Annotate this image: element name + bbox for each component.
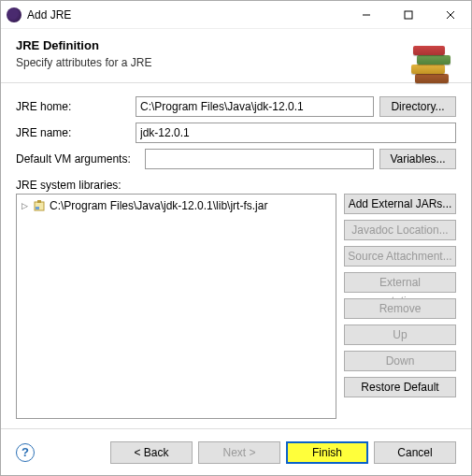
vm-args-label: Default VM arguments: bbox=[16, 152, 139, 166]
titlebar: Add JRE bbox=[1, 1, 471, 29]
source-attachment-button: Source Attachment... bbox=[344, 246, 456, 267]
jre-name-input[interactable] bbox=[136, 123, 456, 143]
window-title: Add JRE bbox=[27, 8, 345, 22]
down-button: Down bbox=[344, 351, 456, 371]
next-button: Next > bbox=[198, 441, 280, 464]
help-icon[interactable]: ? bbox=[16, 443, 35, 462]
header-subtitle: Specify attributes for a JRE bbox=[16, 56, 456, 69]
jre-home-label: JRE home: bbox=[16, 100, 130, 113]
back-button[interactable]: < Back bbox=[110, 441, 193, 464]
jre-libraries-tree[interactable]: ▷ C:\Program Files\Java\jdk-12.0.1\lib\j… bbox=[16, 194, 336, 419]
svg-rect-1 bbox=[405, 11, 412, 19]
library-buttons: Add External JARs... Javadoc Location...… bbox=[344, 194, 456, 419]
svg-rect-5 bbox=[37, 200, 41, 203]
jre-name-label: JRE name: bbox=[16, 126, 130, 139]
javadoc-location-button: Javadoc Location... bbox=[344, 220, 456, 240]
variables-button[interactable]: Variables... bbox=[379, 149, 456, 169]
external-annotations-button: External annotations... bbox=[344, 272, 456, 293]
restore-default-button[interactable]: Restore Default bbox=[344, 377, 456, 397]
minimize-button[interactable] bbox=[345, 1, 387, 29]
finish-button[interactable]: Finish bbox=[286, 441, 368, 464]
books-icon bbox=[402, 35, 462, 83]
svg-rect-6 bbox=[36, 207, 39, 209]
close-button[interactable] bbox=[429, 1, 471, 29]
libs-label: JRE system libraries: bbox=[16, 179, 456, 192]
remove-button: Remove bbox=[344, 298, 456, 319]
jar-icon bbox=[33, 199, 46, 212]
add-external-jars-button[interactable]: Add External JARs... bbox=[344, 194, 456, 214]
maximize-button[interactable] bbox=[387, 1, 429, 29]
eclipse-icon bbox=[7, 7, 21, 22]
vm-args-input[interactable] bbox=[145, 149, 374, 169]
add-jre-dialog: Add JRE JRE Definition Specify attribute… bbox=[0, 0, 472, 476]
jre-home-input[interactable] bbox=[136, 96, 374, 117]
tree-item-label: C:\Program Files\Java\jdk-12.0.1\lib\jrt… bbox=[50, 199, 267, 212]
directory-button[interactable]: Directory... bbox=[379, 96, 456, 117]
form-area: JRE home: Directory... JRE name: Default… bbox=[1, 83, 471, 428]
header-title: JRE Definition bbox=[16, 38, 456, 52]
cancel-button[interactable]: Cancel bbox=[374, 441, 456, 464]
expand-icon[interactable]: ▷ bbox=[21, 202, 29, 210]
up-button: Up bbox=[344, 325, 456, 345]
tree-item[interactable]: ▷ C:\Program Files\Java\jdk-12.0.1\lib\j… bbox=[21, 198, 332, 213]
dialog-footer: ? < Back Next > Finish Cancel bbox=[1, 428, 471, 475]
dialog-header: JRE Definition Specify attributes for a … bbox=[1, 29, 471, 83]
